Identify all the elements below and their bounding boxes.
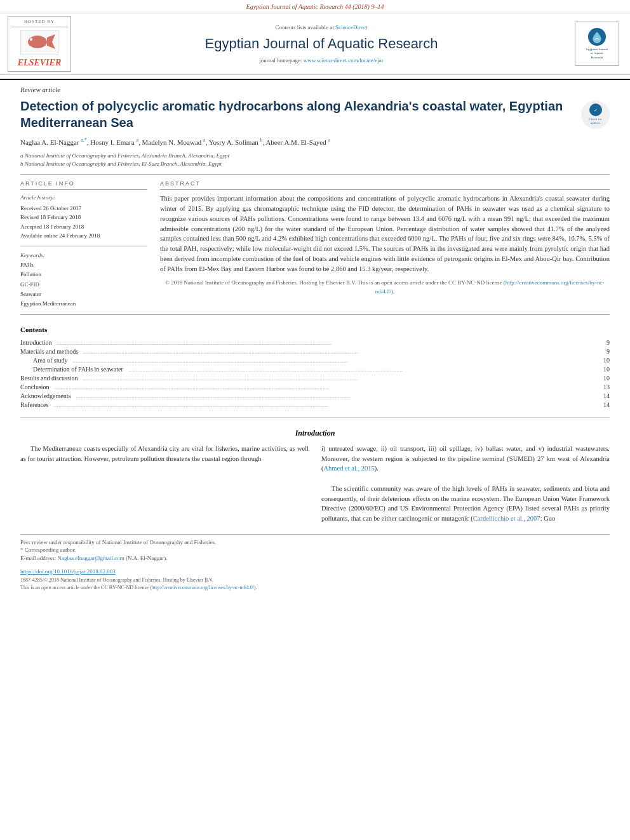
contents-label: Introduction — [20, 338, 54, 347]
contents-dots: ........................................… — [83, 347, 604, 356]
intro-para-3: The scientific community was aware of th… — [321, 484, 610, 524]
copyright-text: © 2018 National Institute of Oceanograph… — [160, 279, 610, 296]
peer-review-note: Peer review under responsibility of Nati… — [20, 538, 610, 547]
intro-para-2: i) untreated sewage, ii) oil transport, … — [321, 444, 610, 474]
divider-keywords — [20, 246, 147, 246]
keywords-label: Keywords: — [20, 251, 147, 260]
check-icon: ✓ — [589, 103, 602, 116]
contents-page: 10 — [603, 356, 610, 365]
intro-heading: Introduction — [20, 428, 610, 439]
contents-page: 14 — [603, 392, 610, 401]
word-and: and — [526, 445, 535, 452]
journal-header: Egyptian Journal of Aquatic Research 44 … — [0, 0, 630, 80]
article-info-col: ARTICLE INFO Article history: Received 2… — [20, 180, 147, 309]
contents-dots: ........................................… — [83, 374, 601, 383]
footnote-area: Peer review under responsibility of Nati… — [20, 534, 610, 563]
abstract-text: This paper provides important informatio… — [160, 194, 610, 274]
keywords-list: PAHsPollutionGC-FIDSeawaterEgyptian Medi… — [20, 260, 147, 309]
intro-col-right: i) untreated sewage, ii) oil transport, … — [321, 444, 610, 524]
homepage-url[interactable]: www.sciencedirect.com/locate/ejar — [304, 57, 384, 63]
sciencedirect-link[interactable]: ScienceDirect — [335, 24, 367, 30]
contents-row-materials: Materials and methods ..................… — [20, 347, 610, 356]
contents-row-area: Area of study ..........................… — [20, 356, 610, 365]
contents-label: Results and discussion — [20, 374, 81, 383]
article-info-abstract: ARTICLE INFO Article history: Received 2… — [20, 180, 610, 309]
affiliation-b: b National Institute of Oceanography and… — [20, 160, 610, 169]
title-area: ✓ Check forupdates Detection of polycycl… — [20, 98, 610, 137]
contents-row-ack: Acknowledgements .......................… — [20, 392, 610, 401]
contents-page: 9 — [607, 338, 610, 347]
author-email[interactable]: Naglaa.elnaggar@gmail.com — [57, 555, 124, 561]
fish-svg — [23, 31, 55, 53]
hosted-by-label: HOSTED BY — [11, 19, 68, 27]
contents-page: 10 — [603, 365, 610, 374]
divider-2 — [20, 314, 610, 315]
accepted-date: Accepted 18 February 2018 — [20, 222, 147, 231]
received-date: Received 26 October 2017 — [20, 204, 147, 213]
elsevier-fish-logo — [20, 30, 58, 55]
contents-dots: ........................................… — [57, 338, 604, 347]
journal-homepage: journal homepage: www.sciencedirect.com/… — [79, 57, 564, 65]
copyright-prefix: © 2018 National Institute of Oceanograph… — [165, 279, 604, 295]
journal-logo-area: Egyptian Journalof AquaticResearch — [572, 22, 622, 66]
contents-label: Determination of PAHs in seawater — [20, 365, 126, 374]
sciencedirect-line: Contents lists available at ScienceDirec… — [79, 23, 564, 32]
contents-dots: ........................................… — [53, 401, 601, 410]
contents-row-conclusion: Conclusion .............................… — [20, 383, 610, 392]
abstract-header: ABSTRACT — [160, 180, 610, 190]
contents-row-refs: References .............................… — [20, 401, 610, 410]
doi-line: https://doi.org/10.1016/j.ejar.2018.02.0… — [20, 568, 610, 576]
contents-dots: ........................................… — [76, 392, 601, 401]
article-title: Detection of polycyclic aromatic hydroca… — [20, 98, 610, 131]
ahmed-ref[interactable]: Ahmed et al., 2015 — [324, 465, 375, 472]
doi-link[interactable]: https://doi.org/10.1016/j.ejar.2018.02.0… — [20, 568, 116, 575]
contents-table: Introduction ...........................… — [20, 338, 610, 410]
introduction-section: Introduction The Mediterranean coasts es… — [20, 428, 610, 524]
svg-text:✓: ✓ — [594, 108, 598, 113]
check-updates-text: Check forupdates — [589, 117, 602, 126]
contents-row-results: Results and discussion .................… — [20, 374, 610, 383]
affiliation-a: a National Institute of Oceanography and… — [20, 152, 610, 161]
abstract-col: ABSTRACT This paper provides important i… — [160, 180, 610, 309]
journal-logo-icon — [588, 28, 606, 46]
journal-logo-text: Egyptian Journalof AquaticResearch — [586, 48, 608, 60]
authors-line: Naglaa A. El-Naggar a,*, Hosny I. Emara … — [20, 137, 610, 148]
contents-section: Contents Introduction ..................… — [20, 325, 610, 418]
intro-columns: The Mediterranean coasts especially of A… — [20, 444, 610, 524]
water-icon — [591, 30, 603, 43]
journal-title: Egyptian Journal of Aquatic Research — [79, 34, 564, 54]
elsevier-wordmark: ELSEVIER — [11, 57, 68, 69]
contents-dots: ........................................… — [72, 356, 601, 365]
article-body: Review article ✓ Check forupdates Detect… — [0, 80, 630, 596]
cardellicchio-ref[interactable]: Cardellicchio et al., 2007 — [473, 515, 540, 522]
license-link[interactable]: http://creativecommons.org/licenses/by-n… — [375, 279, 605, 295]
article-dates: Received 26 October 2017 Revised 18 Febr… — [20, 204, 147, 241]
email-note: E-mail address: Naglaa.elnaggar@gmail.co… — [20, 554, 610, 563]
svg-point-2 — [30, 38, 32, 41]
corresponding-note: * Corresponding author. — [20, 546, 610, 554]
contents-label: References — [20, 401, 51, 410]
contents-page: 9 — [607, 347, 610, 356]
affiliations: a National Institute of Oceanography and… — [20, 152, 610, 169]
keywords-section: Keywords: PAHsPollutionGC-FIDSeawaterEgy… — [20, 251, 147, 309]
intro-para-1: The Mediterranean coasts especially of A… — [20, 444, 309, 464]
header-main: HOSTED BY ELSEVIER Contents lists availa… — [0, 13, 630, 75]
contents-dots: ........................................… — [55, 383, 601, 392]
contents-dots: ........................................… — [128, 365, 601, 374]
contents-row-intro: Introduction ...........................… — [20, 338, 610, 347]
contents-page: 10 — [603, 374, 610, 383]
revised-date: Revised 18 February 2018 — [20, 213, 147, 222]
article-type-label: Review article — [20, 85, 610, 95]
contents-label: Materials and methods — [20, 347, 81, 356]
contents-row-determination: Determination of PAHs in seawater ......… — [20, 365, 610, 374]
history-label: Article history: — [20, 194, 147, 202]
issn-line: 1687-4285/© 2018 National Institute of O… — [20, 577, 610, 583]
journal-logo-box: Egyptian Journalof AquaticResearch — [575, 22, 619, 66]
check-updates-badge: ✓ Check forupdates — [581, 100, 610, 129]
contents-label: Conclusion — [20, 383, 52, 392]
available-date: Available online 24 February 2018 — [20, 231, 147, 240]
journal-volume-info: Egyptian Journal of Aquatic Research 44 … — [246, 3, 384, 10]
oa-license-link[interactable]: http://creativecommons.org/licenses/by-n… — [152, 585, 254, 590]
intro-col-left: The Mediterranean coasts especially of A… — [20, 444, 309, 524]
contents-page: 13 — [603, 383, 610, 392]
